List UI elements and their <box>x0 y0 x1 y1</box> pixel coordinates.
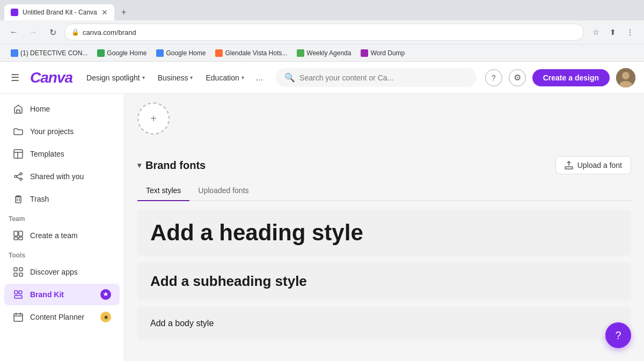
chevron-down-icon: ▾ <box>241 75 244 80</box>
active-tab[interactable]: Untitled Brand Kit - Canva ✕ <box>4 4 114 20</box>
svg-rect-21 <box>19 273 23 276</box>
browser-menu-button[interactable]: ⋮ <box>623 25 638 40</box>
nav-label: Education <box>206 73 239 82</box>
svg-point-8 <box>20 178 22 180</box>
upload-font-label: Upload a font <box>577 161 622 170</box>
sidebar-item-shared[interactable]: Shared with you <box>4 166 120 187</box>
avatar-image <box>616 68 635 87</box>
sidebar-item-label: Templates <box>30 150 64 158</box>
svg-rect-24 <box>14 296 22 298</box>
bookmark-label: (1) DETECTIVE CON... <box>20 49 87 57</box>
nav-more-button[interactable]: ... <box>252 70 267 86</box>
app-container: ☰ Canva Design spotlight ▾ Business ▾ Ed… <box>0 62 644 361</box>
sidebar-item-trash[interactable]: Trash <box>4 188 120 210</box>
brand-fonts-title: ▾ Brand fonts <box>137 159 206 172</box>
svg-rect-17 <box>19 237 23 240</box>
create-design-button[interactable]: Create a design <box>532 69 610 86</box>
sidebar-item-create-team[interactable]: Create a team <box>4 225 120 246</box>
help-fab-button[interactable]: ? <box>605 322 631 348</box>
back-button[interactable]: ← <box>6 25 21 40</box>
help-button[interactable]: ? <box>485 69 502 86</box>
tab-text-styles[interactable]: Text styles <box>137 181 189 201</box>
svg-line-10 <box>17 177 20 179</box>
tab-uploaded-fonts[interactable]: Uploaded fonts <box>189 181 257 201</box>
sidebar-item-label: Home <box>30 105 50 113</box>
bookmarks-bar: (1) DETECTIVE CON... Google Home Google … <box>0 44 644 61</box>
subheading-style-card[interactable]: Add a subheading style <box>137 262 631 300</box>
search-input[interactable] <box>299 73 468 82</box>
chevron-down-icon: ▾ <box>142 75 145 80</box>
main-inner: + ▾ Brand fonts Uploa <box>125 94 644 360</box>
header-right: ? ⚙ Create a design <box>485 68 635 87</box>
share-page-button[interactable]: ⬆ <box>605 25 620 40</box>
svg-line-9 <box>17 174 20 176</box>
sidebar-section-tools: Tools <box>0 247 124 261</box>
sidebar-item-content-planner[interactable]: Content Planner ★ <box>4 306 120 328</box>
bookmark-icon <box>297 49 304 57</box>
sidebar-item-discover-apps[interactable]: Discover apps <box>4 261 120 283</box>
bookmark-google-home-2[interactable]: Google Home <box>152 48 210 58</box>
svg-rect-19 <box>19 268 23 271</box>
sidebar-item-templates[interactable]: Templates <box>4 143 120 165</box>
collapse-chevron-icon[interactable]: ▾ <box>137 161 141 170</box>
nav-education[interactable]: Education ▾ <box>200 70 249 85</box>
browser-chrome: Untitled Brand Kit - Canva ✕ + ← → ↻ 🔒 c… <box>0 0 644 62</box>
sidebar-item-label: Content Planner <box>30 313 84 321</box>
reload-button[interactable]: ↻ <box>45 25 60 40</box>
bookmark-icon <box>97 49 105 57</box>
trash-icon <box>13 194 24 204</box>
bookmark-word-dump[interactable]: Word Dump <box>356 48 409 58</box>
heading-style-card[interactable]: Add a heading style <box>137 210 631 256</box>
bookmark-star-button[interactable]: ☆ <box>588 25 603 40</box>
url-bar[interactable]: 🔒 canva.com/brand <box>64 24 584 41</box>
bookmark-glendale[interactable]: Glendale Vista Hots... <box>211 48 291 58</box>
bookmark-detective[interactable]: (1) DETECTIVE CON... <box>6 48 92 58</box>
forward-button[interactable]: → <box>26 25 41 40</box>
tab-close-button[interactable]: ✕ <box>101 8 108 17</box>
bookmark-icon <box>215 49 223 57</box>
avatar[interactable] <box>616 68 635 87</box>
body-style-card[interactable]: Add a body style <box>137 307 631 340</box>
search-icon: 🔍 <box>284 72 295 83</box>
sidebar-item-label: Shared with you <box>30 172 84 181</box>
app-body: Home Your projects <box>0 94 644 361</box>
svg-point-23 <box>19 291 22 294</box>
nav-business[interactable]: Business ▾ <box>152 70 199 85</box>
tabs-row: Text styles Uploaded fonts <box>137 181 631 201</box>
app-header: ☰ Canva Design spotlight ▾ Business ▾ Ed… <box>0 62 644 94</box>
bookmark-label: Word Dump <box>370 49 405 57</box>
brand-kit-pin-badge <box>100 289 111 300</box>
folder-icon <box>13 126 24 137</box>
bookmark-weekly-agenda[interactable]: Weekly Agenda <box>292 48 355 58</box>
apps-icon <box>13 267 24 277</box>
template-icon <box>13 149 24 159</box>
svg-rect-15 <box>19 231 23 236</box>
nav-design-spotlight[interactable]: Design spotlight ▾ <box>81 70 150 85</box>
sidebar-item-label: Create a team <box>30 231 78 240</box>
new-tab-button[interactable]: + <box>116 5 131 20</box>
sidebar-item-home[interactable]: Home <box>4 98 120 120</box>
add-color-button[interactable]: + <box>137 102 170 135</box>
sidebar-item-label: Your projects <box>30 127 74 136</box>
sidebar: Home Your projects <box>0 94 125 361</box>
search-bar[interactable]: 🔍 <box>276 68 477 87</box>
calendar-icon <box>13 312 24 322</box>
svg-rect-3 <box>14 150 23 158</box>
content-planner-badge: ★ <box>100 312 111 322</box>
sidebar-item-your-projects[interactable]: Your projects <box>4 121 120 142</box>
ssl-icon: 🔒 <box>71 28 79 36</box>
section-title-text: Brand fonts <box>145 159 206 172</box>
settings-button[interactable]: ⚙ <box>509 69 526 86</box>
menu-toggle-button[interactable]: ☰ <box>9 70 21 86</box>
bookmark-google-home-1[interactable]: Google Home <box>93 48 151 58</box>
bookmark-label: Google Home <box>166 49 206 57</box>
header-left: ☰ Canva Design spotlight ▾ Business ▾ Ed… <box>9 69 267 86</box>
canva-logo[interactable]: Canva <box>30 69 72 86</box>
upload-icon <box>565 161 573 170</box>
upload-font-button[interactable]: Upload a font <box>555 156 631 174</box>
svg-point-7 <box>14 175 17 178</box>
tab-bar: Untitled Brand Kit - Canva ✕ + <box>0 0 644 20</box>
canva-logo-text: Canva <box>30 69 72 86</box>
sidebar-item-brand-kit[interactable]: Brand Kit <box>4 284 120 305</box>
svg-rect-22 <box>14 291 18 294</box>
